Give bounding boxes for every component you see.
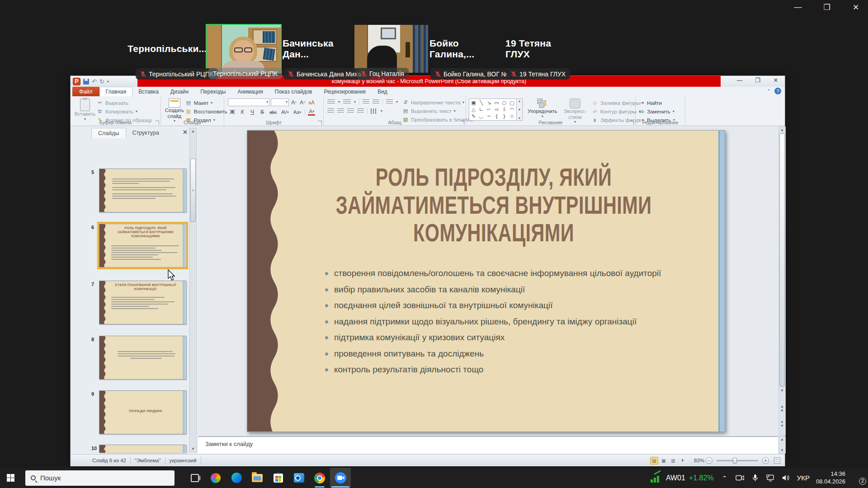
copilot-button[interactable] [205, 468, 226, 488]
shadow-button[interactable]: abc [269, 108, 278, 116]
cut-button[interactable]: ✂ Вырезать [97, 99, 152, 107]
slideshow-button[interactable]: ⏵ [679, 457, 687, 465]
slide-bullet-list[interactable]: створення повідомлень/оголошень та своєч… [324, 268, 690, 381]
slide-thumbnail-9[interactable]: 9 ПОРАДИ ЛЮДИНІ [99, 390, 186, 434]
tray-mic-icon[interactable] [751, 474, 760, 483]
next-slide-button[interactable]: ▼▼ [779, 421, 785, 428]
notes-scrollbar[interactable]: ▲▼ [778, 436, 786, 454]
task-view-button[interactable] [184, 468, 205, 488]
bullet-item[interactable]: поєднання цілей зовнішньої та внутрішньо… [324, 300, 690, 310]
participant-video[interactable] [354, 25, 428, 73]
bullet-item[interactable]: надання підтримки щодо візуальних рішень… [324, 317, 690, 327]
slide-thumbnail-5[interactable]: 5 [99, 169, 186, 212]
participant-video-active[interactable] [207, 25, 281, 73]
restore-window-button[interactable]: ❐ [819, 3, 835, 12]
panel-scrollbar[interactable]: ▲ ≡ ▼ [189, 128, 197, 452]
scroll-down-icon[interactable]: ▼ [779, 389, 785, 393]
align-left-icon[interactable] [327, 108, 334, 114]
shapes-gallery-scrollbar[interactable]: ▲▼▼ [517, 99, 523, 121]
font-color-button[interactable]: А▾ [308, 108, 315, 116]
chrome-button[interactable] [309, 468, 330, 488]
zoom-out-button[interactable]: − [706, 457, 712, 464]
panel-tab-outline[interactable]: Структура [126, 128, 165, 138]
tab-home[interactable]: Главная [99, 87, 133, 96]
zoom-level[interactable]: 83% [694, 458, 704, 463]
tab-slideshow[interactable]: Показ слайдов [269, 87, 318, 96]
columns-icon[interactable] [371, 108, 377, 114]
previous-slide-button[interactable]: ▲▲ [779, 405, 785, 412]
drawing-dialog-launcher[interactable] [630, 121, 634, 125]
language-indicator[interactable]: украинский [170, 458, 197, 463]
bullet-item[interactable]: контроль результатів діяльності тощо [324, 365, 690, 375]
tab-design[interactable]: Дизайн [165, 87, 194, 96]
increase-indent-icon[interactable] [373, 99, 379, 105]
tab-view[interactable]: Вид [372, 87, 393, 96]
fit-to-window-button[interactable] [774, 457, 780, 464]
reset-button[interactable]: ▥ Восстановить [185, 108, 227, 115]
slide-canvas[interactable]: РОЛЬ ПІДРОЗДІЛУ, ЯКИЙ ЗАЙМАТИМЕТЬСЯ ВНУТ… [247, 130, 725, 432]
tab-transitions[interactable]: Переходы [194, 87, 231, 96]
replace-button[interactable]: ab Заменить▾ [638, 108, 683, 115]
taskbar-search[interactable]: Пошук [25, 470, 175, 486]
underline-button[interactable]: Ч [249, 108, 256, 116]
justify-icon[interactable] [357, 108, 364, 114]
font-size-combo[interactable] [271, 99, 289, 106]
layout-button[interactable]: ▤ Макет▾ [185, 99, 227, 107]
theme-name[interactable]: "Эмблема" [135, 458, 161, 463]
editor-scrollbar[interactable]: ▲ ▼ ▲▲ ▼▼ [778, 127, 786, 436]
notes-pane[interactable]: Заметки к слайду [198, 436, 778, 454]
grow-font-button[interactable]: А˄ [290, 99, 297, 106]
minimize-window-button[interactable]: — [790, 3, 806, 12]
stock-widget[interactable]: AW01 +1.82% [651, 474, 714, 483]
font-dialog-launcher[interactable] [318, 121, 322, 125]
zoom-slider[interactable] [717, 460, 758, 461]
help-icon[interactable]: ? [774, 88, 781, 94]
store-button[interactable] [268, 468, 288, 488]
editor-scrollbar-thumb[interactable] [779, 133, 785, 386]
edge-button[interactable] [226, 468, 247, 488]
slide-thumbnail-8[interactable]: 8 [99, 336, 186, 380]
find-button[interactable]: ⌕ Найти [638, 99, 683, 107]
file-explorer-button[interactable] [247, 468, 268, 488]
zoom-in-button[interactable]: + [762, 457, 769, 464]
tab-animation[interactable]: Анимация [231, 87, 269, 96]
paragraph-dialog-launcher[interactable] [460, 121, 464, 125]
slide-sorter-button[interactable]: ▦ [660, 457, 668, 465]
panel-close-icon[interactable]: ✕ [183, 129, 188, 136]
zoom-slider-thumb[interactable] [733, 458, 737, 464]
clock[interactable]: 14:36 08.04.2026 [816, 470, 845, 486]
decrease-indent-icon[interactable] [363, 99, 369, 105]
slide-thumbnail-7[interactable]: 7 ЕТАПИ ПЛАНУВАННЯ ВНУТРІШНЬОЇ КОМУНІКАЦ… [99, 281, 186, 324]
copy-button[interactable]: ⧉ Копировать▾ [97, 108, 152, 115]
tab-insert[interactable]: Вставка [132, 87, 165, 96]
tray-chevron-icon[interactable]: ⌃ [720, 474, 729, 483]
notification-center-button[interactable]: 2 [852, 473, 863, 483]
clipboard-dialog-launcher[interactable] [155, 121, 159, 125]
outlook-button[interactable] [288, 468, 309, 488]
panel-scrollbar-thumb[interactable]: ≡ [190, 159, 196, 222]
minimize-ribbon-icon[interactable]: ⌃ [767, 89, 771, 94]
reading-view-button[interactable]: ▥ [669, 457, 677, 465]
numbering-icon[interactable] [343, 99, 351, 105]
shrink-font-button[interactable]: А˅ [299, 99, 306, 106]
bullet-item[interactable]: вибір правильних засобів та каналів кому… [324, 285, 690, 295]
strikethrough-button[interactable]: S [259, 108, 266, 116]
bullets-icon[interactable] [327, 99, 335, 105]
shapes-gallery[interactable]: ▣╲↘▭○▢ △∟⌐⇨⇩◠ ✎◡~{}☆ [469, 99, 517, 121]
character-spacing-button[interactable]: AV▾ [280, 108, 290, 116]
zoom-app-button[interactable] [330, 468, 351, 488]
tray-camera-icon[interactable] [736, 474, 745, 483]
bold-button[interactable]: Ж [229, 108, 236, 116]
arrange-button[interactable]: Упорядочить ▾ [526, 98, 558, 119]
slide-thumbnail-10[interactable]: 10 [99, 445, 186, 453]
align-center-icon[interactable] [337, 108, 344, 114]
clear-formatting-icon[interactable]: 🗚 [307, 99, 316, 106]
change-case-button[interactable]: Aa▾ [292, 108, 302, 116]
language-switcher[interactable]: УКР [797, 474, 810, 482]
start-button[interactable] [0, 468, 21, 488]
tab-file[interactable]: Файл [72, 87, 99, 96]
italic-button[interactable]: К [239, 108, 246, 116]
slide-thumbnail-6-selected[interactable]: 6 РОЛЬ ПІДРОЗДІЛУ, ЯКИЙ ЗАЙМАТИМЕТЬСЯ ВН… [99, 224, 186, 267]
close-window-button[interactable]: ✕ [848, 3, 863, 12]
normal-view-button[interactable]: ▤ [650, 457, 658, 465]
